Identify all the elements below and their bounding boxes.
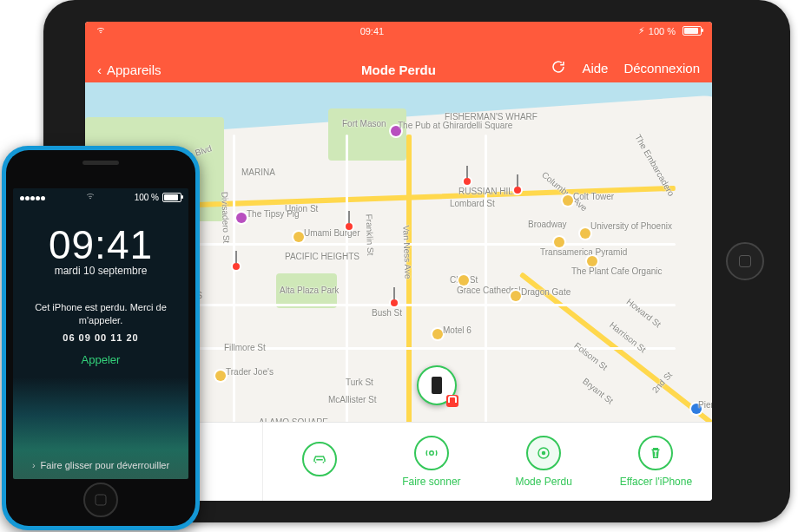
lock-screen-clock: 09:41 mardi 10 septembre — [13, 221, 188, 277]
poi-label: Dragon Gate — [521, 287, 570, 297]
unlock-hint: Faire glisser pour déverrouiller — [41, 460, 170, 470]
street-label: Fillmore St — [224, 343, 266, 352]
svg-point-0 — [430, 451, 434, 456]
lock-icon — [446, 395, 458, 407]
poi-label: Transamerica Pyramid — [540, 247, 627, 257]
back-button[interactable]: Appareils — [107, 62, 162, 77]
street-label: Divisadero St — [220, 192, 231, 244]
wifi-icon — [96, 26, 106, 36]
park-label: Fort Mason — [342, 119, 386, 128]
poi-label: The Plant Cafe Organic — [571, 266, 663, 276]
trash-icon — [648, 445, 663, 461]
district-label: MARINA — [241, 167, 275, 177]
iphone-device-frame: 100 % 09:41 mardi 10 septembre Cet iPhon… — [2, 146, 200, 530]
lost-message-line: m'appeler. — [29, 314, 173, 327]
ipad-status-bar: 09:41 ⚡︎ 100 % — [85, 25, 712, 36]
street-label: Lombard St — [450, 199, 495, 208]
ipad-home-button[interactable] — [726, 242, 764, 280]
help-button[interactable]: Aide — [582, 61, 608, 76]
poi-label: Pier 40 — [698, 400, 712, 410]
logout-button[interactable]: Déconnexion — [623, 61, 700, 76]
device-location-marker[interactable] — [417, 365, 457, 405]
poi-marker[interactable] — [580, 228, 590, 239]
poi-marker[interactable] — [587, 256, 597, 266]
route-pin — [391, 299, 398, 306]
slide-to-unlock[interactable]: › Faire glisser pour déverrouiller — [13, 460, 188, 470]
poi-label: Umami Burger — [304, 228, 359, 238]
action-label: Mode Perdu — [515, 476, 571, 488]
action-label: Faire sonner — [402, 476, 460, 488]
ipad-status-time: 09:41 — [360, 26, 385, 36]
app-header: 09:41 ⚡︎ 100 % ‹ Appareils Mode Perdu — [85, 22, 712, 82]
battery-icon — [683, 26, 702, 36]
poi-label: Motel 6 — [443, 325, 472, 335]
district-label: RUSSIAN HILL — [458, 187, 518, 196]
action-label: Effacer l'iPhone — [620, 476, 692, 488]
call-button[interactable]: Appeler — [13, 353, 188, 366]
lost-message-line: Cet iPhone est perdu. Merci de — [29, 301, 173, 314]
battery-icon — [162, 193, 181, 202]
sound-icon — [424, 445, 439, 461]
clock-time: 09:41 — [13, 221, 188, 268]
poi-label: The Tipsy Pig — [247, 209, 300, 219]
street-label: Bush St — [372, 308, 402, 318]
poi-label: University of Phoenix — [590, 221, 672, 231]
callback-number: 06 09 00 11 20 — [29, 332, 173, 345]
iphone-home-button[interactable] — [83, 483, 118, 517]
district-label: PACIFIC HEIGHTS — [285, 252, 359, 261]
street-label: Van Ness Ave — [401, 225, 412, 279]
iphone-lock-screen: 100 % 09:41 mardi 10 septembre Cet iPhon… — [13, 188, 188, 479]
car-icon — [312, 451, 327, 467]
route-pin — [464, 178, 471, 185]
poi-marker[interactable] — [458, 275, 469, 286]
iphone-battery-text: 100 % — [135, 193, 159, 202]
route-pin — [514, 187, 521, 194]
poi-marker[interactable] — [563, 195, 573, 206]
street-label: Turk St — [346, 378, 373, 387]
svg-point-2 — [542, 451, 546, 456]
ipad-battery-text: 100 % — [649, 26, 676, 36]
route-pin — [346, 223, 353, 230]
bolt-icon: ⚡︎ — [638, 25, 645, 36]
chevron-right-icon: › — [32, 460, 36, 470]
radar-icon — [536, 445, 551, 461]
chevron-left-icon[interactable]: ‹ — [97, 62, 102, 77]
poi-marker[interactable] — [554, 237, 564, 247]
clock-date: mardi 10 septembre — [13, 265, 188, 277]
iphone-speaker — [82, 161, 119, 165]
wifi-icon — [85, 192, 96, 202]
erase-device-button[interactable]: Effacer l'iPhone — [600, 423, 712, 501]
refresh-button[interactable] — [551, 59, 566, 77]
street-label: Broadway — [528, 220, 566, 229]
route-pin — [233, 263, 240, 270]
iphone-status-bar: 100 % — [13, 188, 188, 206]
phone-icon — [432, 377, 442, 394]
poi-label: The Pub at Ghirardelli Square — [398, 121, 512, 130]
poi-marker[interactable] — [215, 371, 226, 381]
district-label: ALAMO SQUARE — [259, 417, 328, 422]
poi-label: Trader Joe's — [226, 367, 274, 377]
play-sound-button[interactable]: Faire sonner — [375, 423, 487, 501]
poi-label: FISHERMAN'S WHARF — [445, 112, 537, 122]
signal-dots-icon — [20, 193, 46, 202]
poi-marker[interactable] — [236, 213, 247, 223]
poi-marker[interactable] — [511, 291, 521, 301]
street-label: McAllister St — [328, 395, 377, 404]
header-title: Mode Perdu — [298, 62, 498, 77]
directions-button[interactable] — [263, 423, 375, 501]
lost-mode-message: Cet iPhone est perdu. Merci de m'appeler… — [13, 301, 188, 345]
poi-marker[interactable] — [293, 232, 304, 242]
street-label: Franklin St — [365, 213, 376, 255]
park-label: Alta Plaza Park — [280, 286, 339, 295]
lost-mode-button[interactable]: Mode Perdu — [488, 423, 600, 501]
poi-marker[interactable] — [432, 329, 443, 339]
poi-label: Colt Tower — [573, 192, 614, 201]
